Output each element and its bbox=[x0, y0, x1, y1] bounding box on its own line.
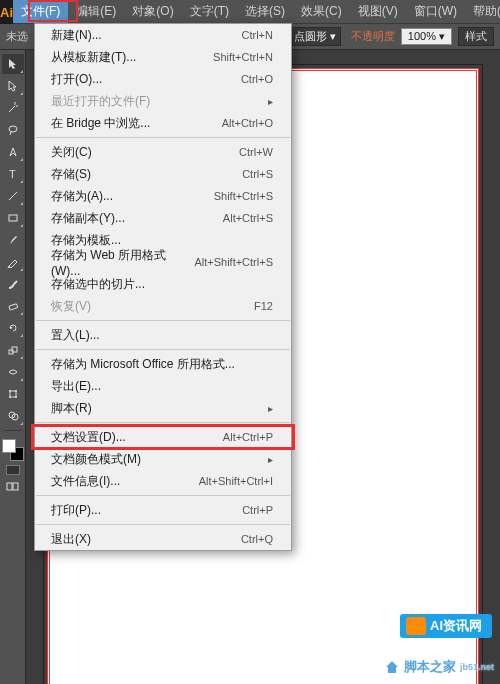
menu-separator bbox=[36, 137, 290, 138]
svg-rect-4 bbox=[8, 304, 17, 310]
menu-item-11[interactable]: 存储为 Web 所用格式(W)...Alt+Shift+Ctrl+S bbox=[35, 251, 291, 273]
menu-item-22[interactable]: 文档颜色模式(M) bbox=[35, 448, 291, 470]
watermark-logo-icon bbox=[406, 617, 426, 635]
scale-tool[interactable] bbox=[2, 340, 24, 360]
svg-point-8 bbox=[9, 390, 11, 392]
menu-item-23[interactable]: 文件信息(I)...Alt+Shift+Ctrl+I bbox=[35, 470, 291, 492]
type-tool[interactable]: T bbox=[2, 164, 24, 184]
submenu-arrow-icon bbox=[268, 452, 273, 466]
menu-item-label: 文档设置(D)... bbox=[51, 429, 126, 446]
drawing-mode[interactable] bbox=[2, 477, 24, 497]
lasso-tool[interactable] bbox=[2, 120, 24, 140]
menu-separator bbox=[36, 349, 290, 350]
menu-item-15[interactable]: 置入(L)... bbox=[35, 324, 291, 346]
menu-item-label: 新建(N)... bbox=[51, 27, 102, 44]
menu-item-label: 存储为(A)... bbox=[51, 188, 113, 205]
menu-item-label: 存储为 Web 所用格式(W)... bbox=[51, 247, 194, 278]
menu-item-label: 打印(P)... bbox=[51, 502, 101, 519]
options-left-label: 未选 bbox=[6, 29, 28, 44]
direct-selection-tool[interactable] bbox=[2, 76, 24, 96]
menu-file[interactable]: 文件(F) bbox=[13, 0, 68, 23]
menu-item-shortcut: Ctrl+Q bbox=[241, 533, 273, 545]
menu-item-2[interactable]: 打开(O)...Ctrl+O bbox=[35, 68, 291, 90]
free-transform-tool[interactable] bbox=[2, 384, 24, 404]
menu-item-4[interactable]: 在 Bridge 中浏览...Alt+Ctrl+O bbox=[35, 112, 291, 134]
menu-item-label: 退出(X) bbox=[51, 531, 91, 548]
paintbrush-tool[interactable] bbox=[2, 230, 24, 250]
rectangle-tool[interactable] bbox=[2, 208, 24, 228]
magic-wand-tool[interactable] bbox=[2, 98, 24, 118]
menu-object[interactable]: 对象(O) bbox=[124, 0, 181, 23]
menu-type[interactable]: 文字(T) bbox=[182, 0, 237, 23]
watermark-jb51: 脚本之家 jb51.net bbox=[384, 658, 494, 676]
menu-item-19[interactable]: 脚本(R) bbox=[35, 397, 291, 419]
toolbox: T bbox=[0, 50, 26, 684]
svg-text:T: T bbox=[9, 168, 16, 180]
line-tool[interactable] bbox=[2, 186, 24, 206]
menu-item-label: 置入(L)... bbox=[51, 327, 100, 344]
blob-brush-tool[interactable] bbox=[2, 274, 24, 294]
watermark-ai-news: AI资讯网 bbox=[400, 614, 492, 638]
menu-item-7[interactable]: 存储(S)Ctrl+S bbox=[35, 163, 291, 185]
menu-item-13: 恢复(V)F12 bbox=[35, 295, 291, 317]
menu-item-shortcut: Alt+Shift+Ctrl+I bbox=[199, 475, 273, 487]
menu-select[interactable]: 选择(S) bbox=[237, 0, 293, 23]
menu-item-1[interactable]: 从模板新建(T)...Shift+Ctrl+N bbox=[35, 46, 291, 68]
menu-edit[interactable]: 编辑(E) bbox=[68, 0, 124, 23]
menu-item-label: 存储副本(Y)... bbox=[51, 210, 125, 227]
selection-tool[interactable] bbox=[2, 54, 24, 74]
menu-help[interactable]: 帮助(H) bbox=[465, 0, 500, 23]
svg-line-2 bbox=[9, 192, 17, 200]
svg-point-0 bbox=[9, 126, 17, 132]
menu-item-27[interactable]: 退出(X)Ctrl+Q bbox=[35, 528, 291, 550]
opacity-label: 不透明度 bbox=[351, 29, 395, 44]
width-tool[interactable] bbox=[2, 362, 24, 382]
title-bar: Ai 文件(F)编辑(E)对象(O)文字(T)选择(S)效果(C)视图(V)窗口… bbox=[0, 0, 500, 24]
svg-point-10 bbox=[9, 396, 11, 398]
menu-window[interactable]: 窗口(W) bbox=[406, 0, 465, 23]
style-button[interactable]: 样式 bbox=[458, 27, 494, 46]
eraser-tool[interactable] bbox=[2, 296, 24, 316]
submenu-arrow-icon bbox=[268, 401, 273, 415]
menu-item-21[interactable]: 文档设置(D)...Alt+Ctrl+P bbox=[35, 426, 291, 448]
menu-item-shortcut: Alt+Ctrl+S bbox=[223, 212, 273, 224]
svg-rect-3 bbox=[9, 215, 17, 221]
pen-tool[interactable] bbox=[2, 142, 24, 162]
app-logo: Ai bbox=[0, 0, 13, 24]
menu-separator bbox=[36, 422, 290, 423]
color-mode-swatch[interactable] bbox=[6, 465, 20, 475]
svg-rect-14 bbox=[7, 483, 12, 490]
rotate-tool[interactable] bbox=[2, 318, 24, 338]
menu-view[interactable]: 视图(V) bbox=[350, 0, 406, 23]
menu-effect[interactable]: 效果(C) bbox=[293, 0, 350, 23]
menu-item-label: 打开(O)... bbox=[51, 71, 102, 88]
menu-item-3: 最近打开的文件(F) bbox=[35, 90, 291, 112]
menu-item-label: 最近打开的文件(F) bbox=[51, 93, 150, 110]
menu-item-label: 存储选中的切片... bbox=[51, 276, 145, 293]
file-menu-dropdown: 新建(N)...Ctrl+N从模板新建(T)...Shift+Ctrl+N打开(… bbox=[34, 23, 292, 551]
svg-point-11 bbox=[15, 396, 17, 398]
menu-item-label: 存储为 Microsoft Office 所用格式... bbox=[51, 356, 235, 373]
menu-item-shortcut: Ctrl+P bbox=[242, 504, 273, 516]
shape-builder-tool[interactable] bbox=[2, 406, 24, 426]
menu-item-9[interactable]: 存储副本(Y)...Alt+Ctrl+S bbox=[35, 207, 291, 229]
menu-item-shortcut: Ctrl+W bbox=[239, 146, 273, 158]
fill-color-swatch[interactable] bbox=[2, 439, 16, 453]
menu-item-label: 恢复(V) bbox=[51, 298, 91, 315]
menu-item-shortcut: F12 bbox=[254, 300, 273, 312]
svg-rect-7 bbox=[10, 391, 16, 397]
menu-item-8[interactable]: 存储为(A)...Shift+Ctrl+S bbox=[35, 185, 291, 207]
menu-item-label: 导出(E)... bbox=[51, 378, 101, 395]
menu-item-25[interactable]: 打印(P)...Ctrl+P bbox=[35, 499, 291, 521]
menu-item-shortcut: Alt+Ctrl+O bbox=[222, 117, 273, 129]
menu-item-0[interactable]: 新建(N)...Ctrl+N bbox=[35, 24, 291, 46]
menu-item-18[interactable]: 导出(E)... bbox=[35, 375, 291, 397]
color-swatches[interactable] bbox=[2, 439, 24, 461]
menu-item-shortcut: Ctrl+S bbox=[242, 168, 273, 180]
menu-item-6[interactable]: 关闭(C)Ctrl+W bbox=[35, 141, 291, 163]
pencil-tool[interactable] bbox=[2, 252, 24, 272]
menu-item-label: 文件信息(I)... bbox=[51, 473, 120, 490]
home-icon bbox=[384, 659, 400, 675]
menu-item-17[interactable]: 存储为 Microsoft Office 所用格式... bbox=[35, 353, 291, 375]
opacity-field[interactable]: 100% ▾ bbox=[401, 28, 452, 45]
